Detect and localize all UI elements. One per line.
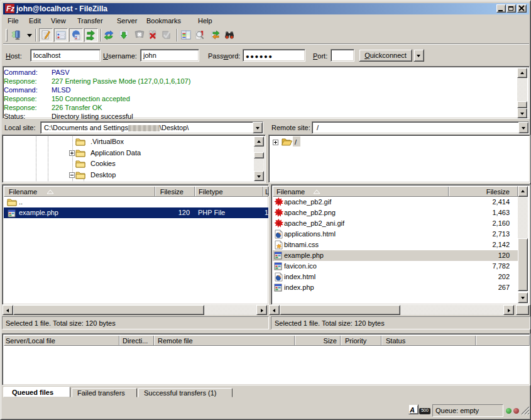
- svg-text:A: A: [409, 406, 415, 414]
- svg-text:Fz: Fz: [6, 4, 14, 13]
